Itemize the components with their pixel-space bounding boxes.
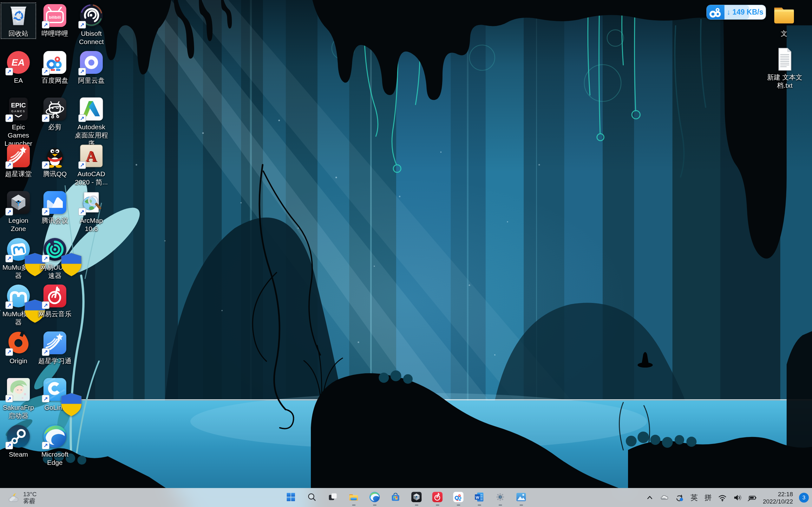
netease-music-icon: ↗ bbox=[43, 284, 67, 308]
weather-condition: 雾霾 bbox=[23, 498, 37, 505]
wifi-icon[interactable] bbox=[717, 493, 728, 503]
desktop-icon-sakurafrp-launcher[interactable]: ↗SakuraFrp 启动器 bbox=[1, 377, 36, 421]
shortcut-arrow-overlay-icon: ↗ bbox=[78, 68, 86, 75]
shortcut-arrow-overlay-icon: ↗ bbox=[78, 161, 86, 169]
desktop-icon-legion-zone[interactable]: ↗Legion Zone bbox=[1, 189, 36, 234]
bijian-icon: ↗ bbox=[43, 97, 67, 121]
taskbar-netease-music-button[interactable] bbox=[429, 489, 446, 506]
notification-count-badge[interactable]: 3 bbox=[799, 493, 809, 503]
desktop-folder-wen[interactable]: 文 bbox=[769, 3, 799, 38]
photos-icon bbox=[516, 492, 527, 504]
desktop-icon-epic-games-launcher[interactable]: EPICGAMES↗Epic Games Launcher bbox=[1, 96, 36, 149]
desktop-file-new-text-document[interactable]: 新建 文本文档.txt bbox=[765, 47, 804, 90]
ime-mode-pinyin[interactable]: 拼 bbox=[704, 493, 713, 503]
shortcut-arrow-overlay-icon: ↗ bbox=[42, 255, 49, 262]
desktop-icon-bilibili[interactable]: bilibili↗哔哩哔哩 bbox=[37, 3, 72, 39]
start-icon bbox=[286, 492, 297, 504]
taskbar: 13°C 雾霾 W 英拼22:182022/10/223 bbox=[0, 488, 812, 507]
autocad-2020-icon: A A↗ bbox=[79, 144, 104, 168]
mumu-duokai-icon: ↗ bbox=[6, 237, 31, 262]
epic-games-launcher-icon: EPICGAMES↗ bbox=[6, 97, 31, 121]
desktop-icon-mumu-duokai[interactable]: ↗MuMu多开器 bbox=[1, 236, 36, 281]
desktop-icon-baidu-netdisk[interactable]: ↗百度网盘 bbox=[37, 49, 72, 86]
taskbar-file-explorer-button[interactable] bbox=[345, 489, 362, 506]
baidu-netdisk-speed-widget[interactable]: ↓ 149 KB/s bbox=[706, 5, 766, 20]
desktop-icon-chaoxing-ketang[interactable]: ↗超星课堂 bbox=[1, 143, 36, 179]
desktop-icon-netease-uu[interactable]: ↗网易UU加速器 bbox=[37, 236, 72, 281]
shortcut-arrow-overlay-icon: ↗ bbox=[42, 114, 49, 122]
desktop-icon-netease-music[interactable]: ↗网易云音乐 bbox=[37, 283, 72, 320]
desktop-icon-mumu-emulator[interactable]: ↗MuMu模拟器 bbox=[1, 283, 36, 328]
download-speed-text: ↓ 149 KB/s bbox=[727, 8, 763, 16]
volume-icon[interactable] bbox=[732, 493, 743, 503]
sync-icon[interactable] bbox=[675, 493, 685, 503]
running-indicator bbox=[499, 504, 502, 506]
desktop-icon-steam[interactable]: ↗Steam bbox=[1, 424, 36, 460]
weather-widget[interactable]: 13°C 雾霾 bbox=[4, 488, 40, 507]
desktop-icon-tencent-meeting[interactable]: ↗腾讯会议 bbox=[37, 189, 72, 226]
desktop-icon-golink[interactable]: ↗GoLink bbox=[37, 377, 72, 413]
battery-charging-icon[interactable] bbox=[747, 493, 757, 503]
desktop-icon-label: Legion Zone bbox=[1, 216, 36, 233]
taskbar-word-button[interactable]: W bbox=[471, 489, 488, 506]
ea-icon: EA↗ bbox=[6, 50, 31, 75]
running-indicator bbox=[415, 504, 418, 506]
mumu-emulator-icon: ↗ bbox=[6, 284, 31, 308]
onedrive-icon[interactable] bbox=[660, 493, 670, 503]
chaoxing-ketang-icon: ↗ bbox=[6, 144, 31, 168]
baidu-netdisk-icon: ↗ bbox=[43, 50, 67, 75]
tencent-meeting-icon: ↗ bbox=[43, 190, 67, 215]
desktop-icon-origin[interactable]: ↗Origin bbox=[1, 330, 36, 366]
clock[interactable]: 22:182022/10/22 bbox=[762, 491, 794, 505]
taskbar-task-view-button[interactable] bbox=[324, 489, 342, 506]
recycle-bin-icon bbox=[6, 3, 31, 28]
shortcut-arrow-overlay-icon: ↗ bbox=[5, 208, 13, 216]
microsoft-store-icon bbox=[390, 492, 401, 504]
tray-expand-chevron-icon[interactable] bbox=[645, 493, 655, 503]
taskbar-microsoft-store-button[interactable] bbox=[387, 489, 404, 506]
running-indicator bbox=[519, 504, 523, 506]
shortcut-arrow-overlay-icon: ↗ bbox=[78, 114, 86, 122]
shortcut-arrow-overlay-icon: ↗ bbox=[42, 21, 49, 29]
ime-mode-english[interactable]: 英 bbox=[690, 493, 699, 503]
uac-shield-overlay-icon bbox=[22, 299, 32, 309]
desktop-icon-tencent-qq[interactable]: ↗腾讯QQ bbox=[37, 143, 72, 179]
desktop-icon-autocad-2020[interactable]: A A↗AutoCAD 2020 - 简... bbox=[73, 143, 109, 187]
desktop-icon-bijian[interactable]: ↗必剪 bbox=[37, 96, 72, 132]
taskbar-settings-button[interactable] bbox=[492, 489, 509, 506]
desktop-icon-ea[interactable]: EA↗EA bbox=[1, 49, 36, 86]
chaoxing-xuexitong-icon: ↗ bbox=[43, 331, 67, 355]
folder-label: 文 bbox=[781, 30, 788, 38]
desktop-icon-arcmap-106[interactable]: ↗ArcMap 10.6 bbox=[73, 189, 109, 234]
taskbar-baidu-netdisk-button[interactable] bbox=[450, 489, 467, 506]
taskbar-edge-button[interactable] bbox=[366, 489, 384, 506]
uac-shield-overlay-icon bbox=[59, 252, 68, 262]
desktop-icon-label: 腾讯会议 bbox=[42, 216, 68, 225]
svg-text:EPIC: EPIC bbox=[11, 102, 26, 109]
baidu-netdisk-cloud-icon bbox=[707, 5, 724, 19]
shortcut-arrow-overlay-icon: ↗ bbox=[42, 442, 49, 449]
taskbar-legion-zone-button[interactable] bbox=[408, 489, 425, 506]
taskbar-search-button[interactable] bbox=[303, 489, 321, 506]
desktop-icon-ubisoft-connect[interactable]: ↗Ubisoft Connect bbox=[73, 3, 109, 47]
desktop-icon-recycle-bin[interactable]: 回收站 bbox=[1, 3, 36, 39]
svg-text:GAMES: GAMES bbox=[11, 110, 26, 113]
shortcut-arrow-overlay-icon: ↗ bbox=[5, 114, 13, 122]
desktop-icon-chaoxing-xuexitong[interactable]: ↗超星学习通 bbox=[37, 330, 72, 366]
taskbar-start-button[interactable] bbox=[282, 489, 300, 506]
desktop-icon-label: 超星学习通 bbox=[38, 357, 72, 365]
desktop-icon-label: Origin bbox=[9, 357, 27, 365]
shortcut-arrow-overlay-icon: ↗ bbox=[78, 208, 86, 216]
running-indicator bbox=[352, 504, 356, 506]
desktop-icon-autodesk-desktop-app[interactable]: ↗Autodesk 桌面应用程序 bbox=[73, 96, 109, 149]
svg-text:W: W bbox=[476, 495, 479, 499]
taskbar-photos-button[interactable] bbox=[513, 489, 530, 506]
desktop-icon-label: 阿里云盘 bbox=[78, 76, 105, 84]
origin-icon: ↗ bbox=[6, 331, 31, 355]
desktop-icon-label: 腾讯QQ bbox=[43, 170, 67, 178]
folder-icon bbox=[772, 3, 797, 28]
desktop-icon-aliyun-drive[interactable]: ↗阿里云盘 bbox=[73, 49, 109, 86]
shortcut-arrow-overlay-icon: ↗ bbox=[5, 68, 13, 75]
arcmap-106-icon: ↗ bbox=[79, 190, 104, 215]
desktop-icon-microsoft-edge[interactable]: ↗Microsoft Edge bbox=[37, 424, 72, 468]
